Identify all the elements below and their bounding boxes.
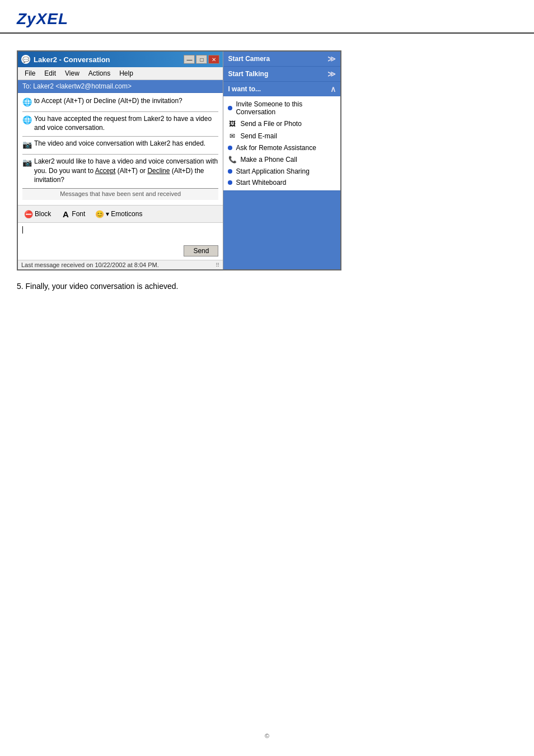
msg-1: 🌐 to Accept (Alt+T) or Decline (Alt+D) t… <box>22 96 218 108</box>
block-button[interactable]: ⛔ Block <box>21 208 54 220</box>
menu-edit[interactable]: Edit <box>40 68 60 78</box>
msg-icon-4: 📷 <box>22 157 32 169</box>
whiteboard-icon <box>228 180 232 185</box>
emoticons-icon: 😊 <box>95 209 104 218</box>
i-want-to-header[interactable]: I want to... ∧ <box>223 82 340 96</box>
zyxel-logo: ZyXEL <box>17 10 68 27</box>
toolbar: ⛔ Block A Font 😊 ▾ Emoticons <box>18 205 223 222</box>
send-row: Send <box>20 244 221 258</box>
restore-button[interactable]: □ <box>196 55 207 64</box>
zyxel-header: ZyXEL <box>0 0 534 34</box>
to-field: To: Laker2 <lakertw2@hotmail.com> <box>18 80 223 93</box>
start-camera-header[interactable]: Start Camera ≫ <box>223 52 340 66</box>
i-want-to-section: I want to... ∧ Invite Someone to this Co… <box>223 82 340 191</box>
minimize-button[interactable]: — <box>184 55 195 64</box>
accept-link[interactable]: Accept <box>95 167 116 175</box>
msg-divider-2 <box>22 136 218 137</box>
conversation-window: 💬 Laker2 - Conversation — □ ✕ File Edit … <box>17 50 341 270</box>
menu-bar: File Edit View Actions Help <box>18 67 223 80</box>
emoticons-label: ▾ <box>106 210 109 218</box>
invite-label: Invite Someone to this Conversation <box>236 100 336 116</box>
msg-icon-3: 📷 <box>22 139 32 151</box>
messages-divider-label: Messages that have been sent and receive… <box>22 188 218 199</box>
start-camera-expand-icon: ≫ <box>327 54 336 63</box>
menu-file[interactable]: File <box>20 68 40 78</box>
msg-4: 📷 Laker2 would like to have a video and … <box>22 157 218 185</box>
font-icon: A <box>61 209 70 218</box>
invite-icon <box>228 106 232 110</box>
copyright: © <box>265 732 269 739</box>
main-content: 💬 Laker2 - Conversation — □ ✕ File Edit … <box>0 45 534 296</box>
conversation-icon: 💬 <box>21 55 30 64</box>
window-title: Laker2 - Conversation <box>34 55 110 64</box>
phone-call-label: Make a Phone Call <box>240 156 297 164</box>
send-file-label: Send a File or Photo <box>240 120 301 128</box>
left-panel: 💬 Laker2 - Conversation — □ ✕ File Edit … <box>18 52 223 269</box>
start-talking-label: Start Talking <box>228 70 268 78</box>
menu-view[interactable]: View <box>60 68 84 78</box>
i-want-to-expand-icon: ∧ <box>330 85 336 94</box>
msg-text-2: You have accepted the request from Laker… <box>34 114 218 133</box>
title-bar-left: 💬 Laker2 - Conversation <box>21 55 110 64</box>
emoticons-button[interactable]: 😊 ▾ Emoticons <box>92 208 145 220</box>
msg-divider-1 <box>22 111 218 112</box>
send-email-label: Send E-mail <box>240 132 277 140</box>
msg-icon-1: 🌐 <box>22 97 32 108</box>
remote-assist-label: Ask for Remote Assistance <box>236 144 316 152</box>
send-button[interactable]: Send <box>184 245 218 256</box>
phone-call-icon: 📞 <box>228 155 237 164</box>
message-area: 🌐 to Accept (Alt+T) or Decline (Alt+D) t… <box>18 93 223 205</box>
msg-icon-2: 🌐 <box>22 115 32 126</box>
step-5-text: 5. Finally, your video conversation is a… <box>17 282 517 291</box>
font-label: Font <box>72 210 85 218</box>
title-bar: 💬 Laker2 - Conversation — □ ✕ <box>18 52 223 67</box>
msg-divider-3 <box>22 154 218 155</box>
item-app-sharing[interactable]: Start Application Sharing <box>223 166 340 177</box>
item-whiteboard[interactable]: Start Whiteboard <box>223 177 340 188</box>
remote-assist-icon <box>228 146 232 150</box>
emoticons-text: Emoticons <box>111 210 142 218</box>
item-send-email[interactable]: ✉ Send E-mail <box>223 130 340 142</box>
app-sharing-label: Start Application Sharing <box>236 167 309 175</box>
start-talking-header[interactable]: Start Talking ≫ <box>223 67 340 81</box>
menu-actions[interactable]: Actions <box>84 68 115 78</box>
block-icon: ⛔ <box>24 209 33 218</box>
input-area: Send <box>18 222 223 260</box>
start-camera-section: Start Camera ≫ <box>223 52 340 67</box>
start-talking-expand-icon: ≫ <box>327 69 336 78</box>
start-talking-section: Start Talking ≫ <box>223 67 340 82</box>
msg-3: 📷 The video and voice conversation with … <box>22 139 218 151</box>
decline-link[interactable]: Decline <box>147 167 170 175</box>
i-want-to-label: I want to... <box>228 85 261 93</box>
i-want-to-items: Invite Someone to this Conversation 🖼 Se… <box>223 96 340 190</box>
window-controls: — □ ✕ <box>184 55 219 64</box>
right-panel: Start Camera ≫ Start Talking ≫ I want to… <box>223 52 340 269</box>
status-bar: Last message received on 10/22/2002 at 8… <box>18 260 223 269</box>
close-button[interactable]: ✕ <box>208 55 219 64</box>
start-camera-label: Start Camera <box>228 55 270 63</box>
send-file-icon: 🖼 <box>228 119 237 128</box>
msg-text-4: Laker2 would like to have a video and vo… <box>34 157 218 185</box>
menu-help[interactable]: Help <box>115 68 138 78</box>
font-button[interactable]: A Font <box>58 208 88 220</box>
msg-text-3: The video and voice conversation with La… <box>34 139 218 148</box>
msg-text-1: to Accept (Alt+T) or Decline (Alt+D) the… <box>34 96 218 106</box>
block-label: Block <box>35 210 51 218</box>
send-email-icon: ✉ <box>228 132 237 141</box>
item-phone-call[interactable]: 📞 Make a Phone Call <box>223 153 340 166</box>
resize-grip: ⠿ <box>216 262 219 268</box>
status-text: Last message received on 10/22/2002 at 8… <box>21 262 159 268</box>
message-input[interactable] <box>23 226 218 243</box>
item-remote-assist[interactable]: Ask for Remote Assistance <box>223 142 340 153</box>
item-invite[interactable]: Invite Someone to this Conversation <box>223 99 340 118</box>
whiteboard-label: Start Whiteboard <box>236 179 286 186</box>
item-send-file[interactable]: 🖼 Send a File or Photo <box>223 118 340 130</box>
app-sharing-icon <box>228 169 232 174</box>
msg-2: 🌐 You have accepted the request from Lak… <box>22 114 218 133</box>
